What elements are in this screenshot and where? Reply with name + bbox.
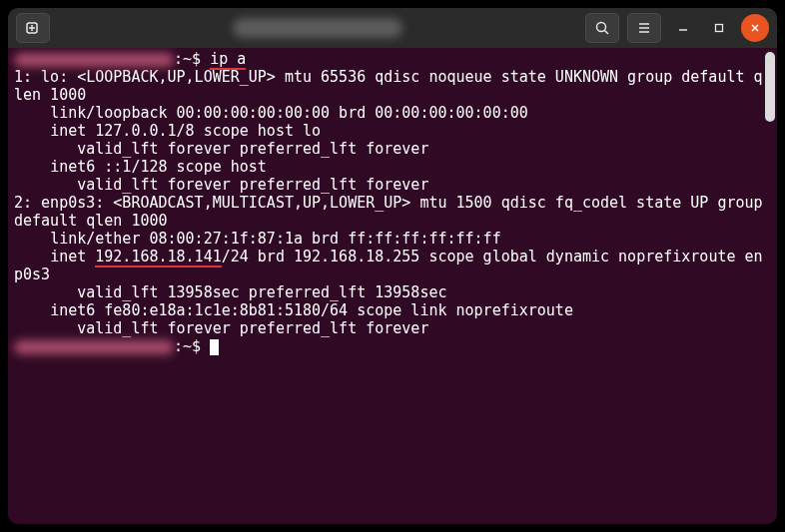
terminal-content: :~$ ip a 1: lo: <LOOPBACK,UP,LOWER_UP> m…	[8, 48, 777, 357]
output-line: 1: lo: <LOOPBACK,UP,LOWER_UP> mtu 65536 …	[14, 68, 763, 104]
new-tab-button[interactable]	[16, 13, 50, 43]
output-line: inet6 fe80:e18a:1c1e:8b81:5180/64 scope …	[14, 301, 582, 319]
output-line: valid_lft forever preferred_lft forever	[14, 176, 428, 194]
prompt-path: :~$	[174, 50, 201, 68]
minimize-button[interactable]	[669, 14, 697, 42]
title-blur	[233, 18, 402, 38]
svg-rect-2	[716, 25, 723, 32]
cursor	[210, 339, 219, 355]
search-icon	[594, 20, 610, 36]
window-title-obscured	[50, 18, 585, 38]
terminal-area[interactable]: :~$ ip a 1: lo: <LOOPBACK,UP,LOWER_UP> m…	[8, 48, 777, 524]
search-button[interactable]	[585, 13, 619, 43]
output-line: link/loopback 00:00:00:00:00:00 brd 00:0…	[14, 104, 528, 122]
hamburger-icon	[636, 20, 652, 36]
prompt-user-obscured	[14, 53, 174, 67]
output-line: inet6 ::1/128 scope host	[14, 158, 276, 176]
maximize-button[interactable]	[705, 14, 733, 42]
prompt-user-obscured	[14, 340, 174, 354]
minimize-icon	[677, 22, 689, 34]
maximize-icon	[713, 22, 725, 34]
output-line: link/ether 08:00:27:1f:87:1a brd ff:ff:f…	[14, 230, 501, 248]
titlebar	[8, 8, 777, 48]
scrollbar[interactable]	[765, 52, 775, 520]
terminal-window: :~$ ip a 1: lo: <LOOPBACK,UP,LOWER_UP> m…	[8, 8, 777, 524]
command-text: ip a	[210, 50, 246, 70]
output-line: valid_lft 13958sec preferred_lft 13958se…	[14, 283, 446, 301]
output-line: inet	[14, 248, 95, 266]
output-line: valid_lft forever preferred_lft forever	[14, 140, 428, 158]
highlighted-ip: 192.168.18.141	[95, 248, 221, 267]
output-line: 2: enp0s3: <BROADCAST,MULTICAST,UP,LOWER…	[14, 194, 772, 230]
scrollbar-thumb[interactable]	[765, 52, 775, 122]
new-tab-icon	[25, 20, 41, 36]
output-line: inet 127.0.0.1/8 scope host lo	[14, 122, 321, 140]
menu-button[interactable]	[627, 13, 661, 43]
close-icon	[749, 22, 761, 34]
svg-point-1	[597, 23, 606, 32]
prompt-path: :~$	[174, 337, 201, 355]
output-line: valid_lft forever preferred_lft forever	[14, 319, 428, 337]
close-button[interactable]	[741, 14, 769, 42]
